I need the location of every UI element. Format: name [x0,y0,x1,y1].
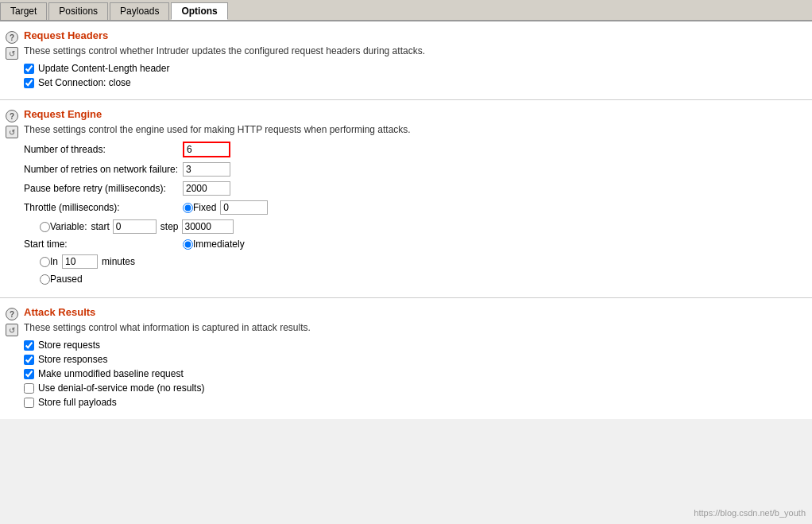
attack-results-desc: These settings control what information … [24,322,804,333]
section-icons-results: ? ↺ [0,306,24,411]
store-requests-label: Store requests [38,340,100,351]
throttle-variable-radio[interactable] [40,222,50,232]
start-label: start [91,221,109,232]
refresh-icon-headers[interactable]: ↺ [6,47,18,60]
store-requests-checkbox[interactable] [24,340,34,351]
help-icon-results[interactable]: ? [6,308,18,320]
throttle-fixed-row: Throttle (milliseconds): Fixed [24,200,804,215]
throttle-step-input[interactable] [182,219,234,234]
store-responses-checkbox[interactable] [24,355,34,365]
help-icon-engine[interactable]: ? [6,110,18,122]
retries-label: Number of retries on network failure: [24,164,183,175]
throttle-variable-label: Variable: [50,221,87,232]
immediately-label: Immediately [193,239,245,250]
request-engine-section: ? ↺ Request Engine These settings contro… [0,100,812,298]
request-headers-body: Request Headers These settings control w… [24,29,812,91]
start-time-row: Start time: Immediately [24,239,804,250]
start-paused-radio[interactable] [40,274,50,285]
baseline-checkbox[interactable] [24,369,34,379]
throttle-fixed-radio[interactable] [183,203,193,213]
start-time-label: Start time: [24,239,183,250]
throttle-variable-row: Variable: start step [24,219,804,234]
step-label: step [160,221,179,232]
throttle-label: Throttle (milliseconds): [24,202,183,213]
throttle-fixed-input[interactable] [220,200,268,215]
dos-label: Use denial-of-service mode (no results) [38,382,204,394]
request-headers-title: Request Headers [24,29,804,41]
refresh-icon-results[interactable]: ↺ [6,324,18,336]
checkbox-update-content-length: Update Content-Length header [24,63,804,74]
section-icons: ? ↺ [0,29,24,91]
start-in-row: In minutes [24,254,804,269]
tab-options[interactable]: Options [171,2,227,20]
start-in-radio[interactable] [40,257,50,267]
attack-results-body: Attack Results These settings control wh… [24,306,812,411]
request-engine-title: Request Engine [24,108,804,120]
baseline-label: Make unmodified baseline request [38,368,184,379]
threads-input[interactable] [183,142,230,157]
tab-target[interactable]: Target [0,2,47,20]
refresh-icon-engine[interactable]: ↺ [6,126,18,138]
tab-bar: Target Positions Payloads Options [0,0,812,21]
start-immediately-radio[interactable] [183,239,193,250]
minutes-label: minutes [102,256,135,267]
store-responses-label: Store responses [38,354,107,365]
threads-label: Number of threads: [24,144,183,155]
request-headers-section: ? ↺ Request Headers These settings contr… [0,21,812,100]
full-payloads-label: Store full payloads [38,397,117,408]
section-icons-engine: ? ↺ [0,108,24,289]
main-content: ? ↺ Request Headers These settings contr… [0,21,812,419]
pause-label: Pause before retry (milliseconds): [24,183,183,194]
help-icon-headers[interactable]: ? [6,31,18,44]
checkbox-baseline: Make unmodified baseline request [24,368,804,379]
request-headers-desc: These settings control whether Intruder … [24,45,804,56]
dos-checkbox[interactable] [24,383,34,394]
attack-results-title: Attack Results [24,306,804,318]
throttle-fixed-label: Fixed [193,202,216,213]
request-engine-desc: These settings control the engine used f… [24,124,804,135]
in-label: In [50,256,58,267]
pause-row: Pause before retry (milliseconds): [24,181,804,196]
set-connection-label: Set Connection: close [38,77,131,88]
set-connection-checkbox[interactable] [24,78,34,88]
checkbox-dos: Use denial-of-service mode (no results) [24,382,804,394]
full-payloads-checkbox[interactable] [24,398,34,408]
threads-row: Number of threads: [24,142,804,157]
attack-results-section: ? ↺ Attack Results These settings contro… [0,298,812,419]
checkbox-store-requests: Store requests [24,340,804,351]
minutes-input[interactable] [62,254,98,269]
checkbox-full-payloads: Store full payloads [24,397,804,408]
tab-positions[interactable]: Positions [48,2,108,20]
update-content-length-label: Update Content-Length header [38,63,169,74]
tab-payloads[interactable]: Payloads [110,2,169,20]
retries-input[interactable] [183,162,230,177]
start-paused-row: Paused [24,274,804,285]
update-content-length-checkbox[interactable] [24,64,34,74]
paused-label: Paused [50,274,83,285]
checkbox-set-connection: Set Connection: close [24,77,804,88]
retries-row: Number of retries on network failure: [24,162,804,177]
pause-input[interactable] [183,181,230,196]
checkbox-store-responses: Store responses [24,354,804,365]
throttle-start-input[interactable] [113,219,157,234]
request-engine-body: Request Engine These settings control th… [24,108,812,289]
